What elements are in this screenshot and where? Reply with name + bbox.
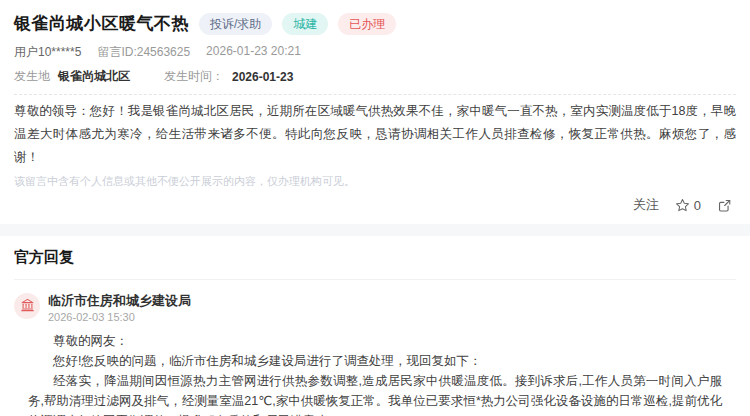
dotted-divider	[14, 94, 736, 95]
location-row: 发生地 银雀尚城北区 发生时间： 2026-01-23	[14, 68, 736, 85]
reply-paragraph: 尊敬的网友：	[28, 331, 722, 351]
official-reply-section: 官方回复 临沂市住房和城乡建设局 2026-02-0	[0, 236, 750, 416]
share-button[interactable]	[717, 198, 732, 213]
complaint-detail-page: 银雀尚城小区暖气不热 投诉/求助 城建 已办理 用户10*****5 留言ID:…	[0, 0, 750, 416]
follow-label: 关注	[633, 196, 659, 214]
privacy-note: 该留言中含有个人信息或其他不便公开展示的内容，仅办理机构可见。	[14, 174, 736, 189]
follow-button[interactable]: 关注	[633, 196, 659, 214]
tag-topic: 城建	[282, 13, 328, 35]
complaint-body: 尊敬的领导：您好！我是银雀尚城北区居民，近期所在区域暖气供热效果不佳，家中暖气一…	[14, 100, 736, 169]
star-button[interactable]: 0	[675, 198, 701, 213]
agency-avatar	[14, 293, 40, 319]
agency-info: 临沂市住房和城乡建设局 2026-02-03 15:30	[48, 293, 191, 323]
meta-row: 用户10*****5 留言ID:24563625 2026-01-23 20:2…	[14, 44, 736, 61]
complaint-title: 银雀尚城小区暖气不热	[14, 12, 189, 35]
reply-body: 尊敬的网友： 您好!您反映的问题，临沂市住房和城乡建设局进行了调查处理，现回复如…	[14, 331, 736, 416]
occur-time-label: 发生时间：	[164, 68, 224, 85]
section-divider	[0, 224, 750, 236]
government-building-icon	[20, 297, 35, 316]
reply-paragraph: 您好!您反映的问题，临沂市住房和城乡建设局进行了调查处理，现回复如下：	[28, 351, 722, 371]
reply-time: 2026-02-03 15:30	[48, 311, 191, 323]
occur-time-value: 2026-01-23	[232, 70, 293, 84]
reply-paragraph: 经落实，降温期间因恒源热力主管网进行供热参数调整,造成居民家中供暖温度低。接到诉…	[28, 371, 722, 416]
star-count: 0	[694, 198, 701, 213]
tag-complaint-type: 投诉/求助	[199, 13, 272, 35]
reply-header: 临沂市住房和城乡建设局 2026-02-03 15:30	[14, 293, 736, 323]
action-bar: 关注 0	[14, 196, 736, 214]
location-value: 银雀尚城北区	[58, 68, 130, 85]
complaint-section: 银雀尚城小区暖气不热 投诉/求助 城建 已办理 用户10*****5 留言ID:…	[0, 0, 750, 224]
official-reply-heading: 官方回复	[14, 248, 736, 280]
star-icon	[675, 198, 690, 213]
agency-name: 临沂市住房和城乡建设局	[48, 293, 191, 308]
location-label: 发生地	[14, 68, 50, 85]
share-icon	[717, 198, 732, 213]
post-time: 2026-01-23 20:21	[206, 44, 301, 61]
message-id: 留言ID:24563625	[97, 44, 190, 61]
status-badge: 已办理	[338, 13, 396, 35]
title-row: 银雀尚城小区暖气不热 投诉/求助 城建 已办理	[14, 12, 736, 35]
complaint-user: 用户10*****5	[14, 44, 81, 61]
